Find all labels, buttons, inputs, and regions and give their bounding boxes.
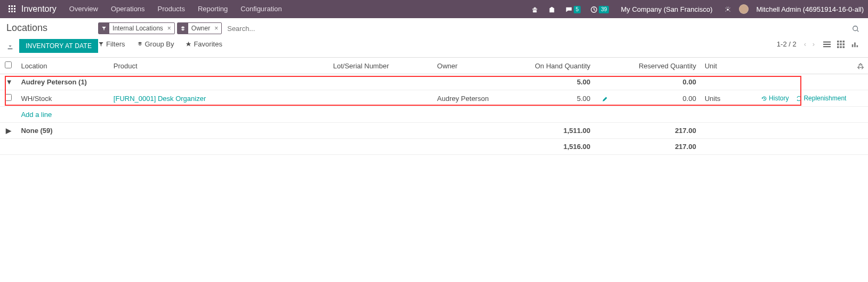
history-label: History (769, 95, 789, 102)
nav-operations[interactable]: Operations (105, 0, 151, 18)
svg-rect-13 (823, 44, 831, 45)
cell-lot (329, 90, 433, 107)
table-row[interactable]: WH/Stock [FURN_0001] Desk Organizer Audr… (0, 90, 868, 107)
svg-rect-26 (857, 45, 858, 48)
totals-row: 1,516.00 217.00 (0, 139, 868, 155)
pager-next[interactable]: › (810, 40, 817, 48)
pencil-icon[interactable] (599, 96, 608, 102)
svg-rect-23 (843, 46, 845, 49)
svg-rect-18 (837, 44, 839, 46)
svg-rect-19 (840, 44, 842, 46)
control-panel: Locations INVENTORY AT DATE Internal Loc… (0, 18, 868, 58)
pivot-view-icon[interactable] (836, 38, 846, 49)
favorites-label: Favorites (194, 40, 222, 48)
product-link[interactable]: [FURN_0001] Desk Organizer (114, 95, 206, 103)
inventory-at-date-button[interactable]: INVENTORY AT DATE (19, 39, 98, 53)
company-selector[interactable]: My Company (San Francisco) (616, 5, 717, 13)
nav-configuration[interactable]: Configuration (234, 0, 288, 18)
cp-filters: Filters Group By Favorites (98, 40, 222, 48)
apps-icon[interactable] (4, 5, 20, 13)
svg-rect-4 (11, 8, 13, 10)
svg-rect-7 (11, 11, 13, 12)
groupby-label: Group By (145, 40, 174, 48)
groupby-button[interactable]: Group By (137, 40, 174, 48)
replenishment-button[interactable]: Replenishment (796, 95, 846, 102)
cell-product: [FURN_0001] Desk Organizer (109, 90, 329, 107)
search-input[interactable] (225, 24, 849, 34)
avatar[interactable] (739, 4, 749, 14)
navbar: Inventory Overview Operations Products R… (0, 0, 868, 18)
select-all-checkbox[interactable] (5, 61, 12, 68)
favorites-button[interactable]: Favorites (186, 40, 222, 48)
total-reserved: 217.00 (614, 139, 701, 155)
filter-icon (98, 41, 104, 48)
nav-right: 5 39 My Company (San Francisco) Mitchell… (529, 4, 864, 14)
facet-remove[interactable]: × (213, 25, 221, 32)
user-menu[interactable]: Mitchell Admin (46951914-16-0-all) (754, 5, 864, 13)
table-header-row: Location Product Lot/Serial Number Owner… (0, 58, 868, 74)
group-onhand: 1,511.00 (525, 123, 594, 139)
col-unit[interactable]: Unit (701, 58, 735, 74)
svg-point-11 (853, 26, 858, 31)
nav-reporting[interactable]: Reporting (191, 0, 234, 18)
add-line-label: Add a line (17, 107, 868, 123)
svg-rect-2 (14, 5, 15, 7)
list-view-icon[interactable] (822, 38, 832, 49)
nav-overview[interactable]: Overview (63, 0, 105, 18)
group-reserved: 217.00 (614, 123, 701, 139)
cell-onhand: 5.00 (525, 90, 594, 107)
filters-label: Filters (106, 40, 125, 48)
graph-view-icon[interactable] (850, 38, 859, 49)
messages-badge: 5 (574, 6, 581, 13)
messages-icon[interactable]: 5 (563, 5, 583, 13)
stack-icon (137, 41, 143, 48)
export-icon[interactable] (6, 42, 14, 50)
app-root: Inventory Overview Operations Products R… (0, 0, 868, 155)
history-button[interactable]: History (761, 95, 789, 102)
col-optional[interactable] (850, 58, 868, 74)
col-onhand-edit (594, 58, 614, 74)
svg-rect-1 (11, 5, 13, 7)
svg-rect-24 (852, 44, 854, 47)
cp-pager: 1-2 / 2 ‹ › (777, 38, 859, 49)
pager-prev[interactable]: ‹ (802, 40, 808, 48)
svg-rect-8 (14, 11, 15, 12)
svg-rect-22 (840, 46, 842, 49)
col-reserved[interactable]: Reserved Quantity (614, 58, 701, 74)
pager-text: 1-2 / 2 (777, 40, 797, 48)
group-name: Audrey Peterson (1) (17, 74, 525, 90)
building-icon[interactable] (546, 5, 558, 13)
search-bar: Internal Locations × Owner × (98, 22, 859, 34)
col-location[interactable]: Location (17, 58, 109, 74)
search-icon[interactable] (852, 24, 859, 33)
star-icon (186, 41, 191, 48)
col-lot[interactable]: Lot/Serial Number (329, 58, 433, 74)
col-actions (735, 58, 851, 74)
search-facets: Internal Locations × Owner × (98, 22, 222, 34)
nav-products[interactable]: Products (151, 0, 191, 18)
add-line-row[interactable]: Add a line (0, 107, 868, 123)
gift-icon[interactable] (529, 5, 541, 13)
col-owner[interactable]: Owner (433, 58, 525, 74)
svg-rect-25 (854, 43, 856, 48)
caret-down-icon: ▼ (6, 78, 11, 86)
svg-rect-14 (823, 46, 831, 48)
filters-button[interactable]: Filters (98, 40, 125, 48)
activities-icon[interactable]: 39 (588, 5, 611, 13)
svg-rect-20 (843, 44, 845, 46)
nav-brand[interactable]: Inventory (20, 4, 63, 14)
caret-right-icon: ▶ (6, 127, 11, 135)
row-checkbox[interactable] (5, 94, 12, 101)
cell-reserved: 0.00 (614, 90, 701, 107)
activities-badge: 39 (599, 6, 609, 13)
col-onhand[interactable]: On Hand Quantity (525, 58, 594, 74)
group-header-audrey[interactable]: ▼ Audrey Peterson (1) 5.00 0.00 (0, 74, 868, 90)
cp-toolbar: Filters Group By Favorites 1-2 / 2 ‹ › (98, 38, 859, 49)
group-header-none[interactable]: ▶ None (59) 1,511.00 217.00 (0, 123, 868, 139)
facet-remove[interactable]: × (166, 25, 174, 32)
cp-left: Locations INVENTORY AT DATE (6, 22, 98, 53)
view-switcher (822, 38, 859, 49)
debug-icon[interactable] (722, 5, 734, 13)
button-row: INVENTORY AT DATE (6, 39, 98, 53)
col-product[interactable]: Product (109, 58, 329, 74)
